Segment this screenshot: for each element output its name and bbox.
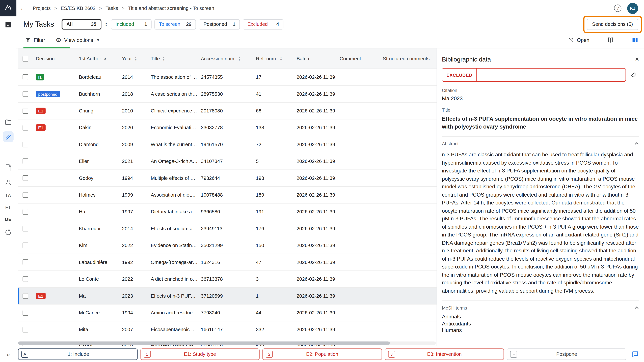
sidebar-item-ta[interactable]: TA bbox=[5, 191, 11, 199]
filter-pill-postponed[interactable]: Postponed 1 bbox=[199, 19, 240, 29]
row-checkbox[interactable] bbox=[23, 327, 28, 332]
filter-pill-toscreen[interactable]: To screen 29 bbox=[154, 19, 196, 29]
row-checkbox[interactable] bbox=[23, 243, 28, 248]
sidebar-item-ft[interactable]: FT bbox=[5, 203, 11, 211]
view-options-button[interactable]: ⚙ View options ▼ bbox=[56, 37, 100, 43]
col-author[interactable]: 1st Author▲ bbox=[76, 56, 119, 61]
sync-icon[interactable] bbox=[3, 227, 14, 238]
app-logo[interactable] bbox=[0, 0, 16, 16]
row-checkbox[interactable] bbox=[23, 293, 28, 299]
abstract-section-toggle[interactable]: Abstract bbox=[442, 136, 639, 146]
decision-button-2[interactable]: 2 E2: Population bbox=[262, 349, 382, 360]
document-icon[interactable] bbox=[3, 163, 14, 173]
cell-accession: 19461570 bbox=[198, 142, 253, 147]
close-icon[interactable]: × bbox=[635, 56, 639, 63]
back-arrow-icon[interactable]: ← bbox=[20, 4, 26, 12]
row-checkbox[interactable] bbox=[23, 108, 28, 114]
sidebar-item-de[interactable]: DE bbox=[5, 215, 12, 223]
send-decisions-button[interactable]: Send decisions (5) bbox=[587, 18, 638, 30]
table-row[interactable]: Holmes 1999 Association of dietary... 10… bbox=[18, 187, 437, 203]
filter-button[interactable]: Filter bbox=[25, 37, 45, 43]
decision-button-a[interactable]: A I1: Include bbox=[18, 349, 138, 360]
col-decision[interactable]: Decision bbox=[33, 56, 76, 61]
row-checkbox[interactable] bbox=[23, 74, 28, 80]
clear-decision-button[interactable] bbox=[629, 70, 639, 80]
breadcrumb-item[interactable]: Tasks bbox=[106, 5, 118, 11]
breadcrumb-item[interactable]: Projects bbox=[33, 5, 51, 11]
table-row[interactable]: McCance 1994 Amino acid residues o... 77… bbox=[18, 305, 437, 321]
decision-comment-input[interactable] bbox=[477, 68, 626, 81]
table-row[interactable]: Kim 2022 Evidence on Statins, O... 35021… bbox=[18, 237, 437, 254]
cell-accession: 7798240 bbox=[198, 310, 253, 316]
col-structured[interactable]: Structured comments bbox=[380, 56, 436, 61]
col-title[interactable]: Title▲▼ bbox=[148, 56, 198, 61]
cell-ref: 189 bbox=[253, 192, 294, 198]
decision-button-f[interactable]: F Postpone bbox=[507, 349, 626, 360]
col-year[interactable]: Year▲▼ bbox=[119, 56, 148, 61]
cell-accession: 23949113 bbox=[198, 226, 253, 231]
open-button[interactable]: Open bbox=[568, 37, 589, 43]
horizontal-scrollbar[interactable] bbox=[18, 342, 436, 345]
select-all-checkbox[interactable] bbox=[23, 56, 28, 61]
row-checkbox[interactable] bbox=[23, 175, 28, 181]
table-row[interactable]: Labaudinière 1992 Omega-[(omega-aryl... … bbox=[18, 254, 437, 271]
table-row[interactable]: Godoy 1994 Multiple effects of pr... 793… bbox=[18, 170, 437, 187]
pill-separator: : bbox=[105, 20, 107, 28]
cell-author: Buchhorn bbox=[76, 91, 119, 97]
row-checkbox[interactable] bbox=[23, 259, 28, 265]
row-checkbox[interactable] bbox=[23, 209, 28, 215]
cell-batch: 2026-02-26 11:39 bbox=[294, 74, 337, 80]
table-row[interactable]: Eller 2021 An Omega-3-rich Anti... 34107… bbox=[18, 153, 437, 170]
mesh-label: MeSH terms bbox=[442, 306, 467, 310]
row-checkbox[interactable] bbox=[23, 226, 28, 231]
table-row[interactable]: E1 Ma 2023 Effects of n-3 PUFA su... 371… bbox=[18, 288, 437, 305]
table-row[interactable]: Lo Conte 2022 A diet enriched in om... 3… bbox=[18, 271, 437, 288]
row-checkbox[interactable] bbox=[23, 310, 28, 316]
side-panel-toggle[interactable] bbox=[632, 37, 638, 43]
inbox-icon[interactable] bbox=[3, 19, 14, 30]
cell-author: Ma bbox=[76, 293, 119, 299]
table-row[interactable]: Diamond 2009 What is the current ro... 1… bbox=[18, 136, 437, 153]
decision-button-3[interactable]: 3 E3: Intervention bbox=[385, 349, 504, 360]
cell-ref: 176 bbox=[253, 226, 294, 231]
col-ref[interactable]: Ref. num.▲▼ bbox=[253, 56, 294, 61]
sort-icon: ▲▼ bbox=[162, 56, 165, 61]
folder-icon[interactable] bbox=[3, 117, 14, 128]
people-icon[interactable] bbox=[3, 177, 14, 188]
col-comment[interactable]: Comment bbox=[337, 56, 380, 61]
cell-accession: 33032778 bbox=[198, 125, 253, 130]
mesh-term: Humans bbox=[442, 327, 639, 334]
screening-icon[interactable] bbox=[3, 131, 14, 142]
row-checkbox[interactable] bbox=[23, 142, 28, 147]
row-checkbox[interactable] bbox=[23, 158, 28, 164]
help-icon[interactable]: ? bbox=[614, 4, 621, 12]
avatar[interactable]: KJ bbox=[627, 3, 638, 14]
decision-bar: A I1: Include 1 E1: Study type 2 E2: Pop… bbox=[16, 346, 644, 362]
decision-button-1[interactable]: 1 E1: Study type bbox=[140, 349, 260, 360]
table-row[interactable]: I1 Bordeleau 2014 The association of bas… bbox=[18, 69, 437, 86]
table-row[interactable]: E1 Dakin 2020 Economic Evaluation ... 33… bbox=[18, 119, 437, 136]
filter-pill-all[interactable]: All 35 bbox=[62, 19, 102, 29]
toolbar: Filter ⚙ View options ▼ Open bbox=[16, 32, 644, 48]
row-checkbox[interactable] bbox=[23, 125, 28, 130]
row-checkbox[interactable] bbox=[23, 91, 28, 97]
table-row[interactable]: Hu 1997 Dietary fat intake and ... 93665… bbox=[18, 204, 437, 220]
table-row[interactable]: postponed Buchhorn 2018 A case series on… bbox=[18, 86, 437, 103]
col-accession[interactable]: Accession num.▲▼ bbox=[198, 56, 253, 61]
row-checkbox[interactable] bbox=[23, 192, 28, 198]
filter-pill-excluded[interactable]: Excluded 4 bbox=[243, 19, 284, 29]
expand-sidebar-icon[interactable]: » bbox=[6, 351, 10, 358]
feedback-chat-icon[interactable] bbox=[629, 351, 641, 358]
cell-title: Evidence on Statins, O... bbox=[148, 243, 198, 248]
breadcrumb-item[interactable]: Title and abstract screening - To screen bbox=[128, 5, 214, 11]
col-batch[interactable]: Batch bbox=[294, 56, 337, 61]
mesh-section-toggle[interactable]: MeSH terms bbox=[442, 301, 639, 310]
breadcrumb-item[interactable]: ES/ES KB 2602 bbox=[61, 5, 96, 11]
row-checkbox[interactable] bbox=[23, 276, 28, 282]
table-row[interactable]: Mita 2007 Eicosapentaenoic acid... 16616… bbox=[18, 322, 437, 338]
table-row[interactable]: Kharroubi 2014 Effects of sodium arse...… bbox=[18, 220, 437, 237]
filter-pill-included[interactable]: Included 1 bbox=[111, 19, 152, 29]
reading-mode-button[interactable] bbox=[607, 37, 614, 43]
scrollbar-thumb[interactable] bbox=[18, 342, 390, 345]
table-row[interactable]: E1 Chung 2010 Clinical experience in ...… bbox=[18, 103, 437, 119]
